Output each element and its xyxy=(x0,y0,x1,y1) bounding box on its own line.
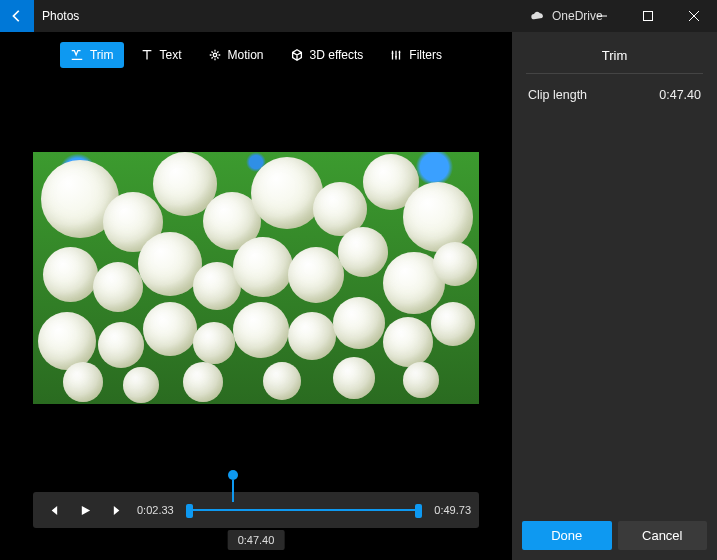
duration-tooltip: 0:47.40 xyxy=(228,530,285,550)
tool-filters[interactable]: Filters xyxy=(379,42,452,68)
cube-icon xyxy=(290,48,304,62)
tool-3d-effects[interactable]: 3D effects xyxy=(280,42,374,68)
editor-toolbar: Trim Text Motion 3D effects Filters xyxy=(0,32,512,76)
properties-panel: Trim Clip length 0:47.40 Done Cancel xyxy=(512,32,717,560)
tool-trim[interactable]: Trim xyxy=(60,42,124,68)
trim-handle-start[interactable] xyxy=(186,504,193,518)
minimize-icon xyxy=(597,11,607,21)
window-controls xyxy=(579,0,717,32)
clip-length-label: Clip length xyxy=(528,88,587,102)
panel-buttons: Done Cancel xyxy=(512,511,717,560)
back-button[interactable] xyxy=(0,0,34,32)
maximize-button[interactable] xyxy=(625,0,671,32)
svg-rect-0 xyxy=(644,12,653,21)
play-button[interactable] xyxy=(73,498,97,522)
cloud-icon xyxy=(530,11,546,21)
maximize-icon xyxy=(643,11,653,21)
clip-length-row: Clip length 0:47.40 xyxy=(512,74,717,116)
tool-trim-label: Trim xyxy=(90,48,114,62)
text-icon xyxy=(140,48,154,62)
playhead[interactable] xyxy=(228,470,238,502)
step-back-icon xyxy=(48,505,59,516)
playback-controls: 0:02.33 0:49.73 xyxy=(33,492,479,528)
cancel-button[interactable]: Cancel xyxy=(618,521,708,550)
trim-handle-end[interactable] xyxy=(415,504,422,518)
close-button[interactable] xyxy=(671,0,717,32)
arrow-left-icon xyxy=(10,9,24,23)
editor-area: Trim Text Motion 3D effects Filters xyxy=(0,32,512,560)
tool-text-label: Text xyxy=(160,48,182,62)
panel-title: Trim xyxy=(512,32,717,73)
tool-3d-label: 3D effects xyxy=(310,48,364,62)
tool-motion[interactable]: Motion xyxy=(198,42,274,68)
filters-icon xyxy=(389,48,403,62)
tool-text[interactable]: Text xyxy=(130,42,192,68)
done-button[interactable]: Done xyxy=(522,521,612,550)
titlebar: Photos OneDrive xyxy=(0,0,717,32)
play-icon xyxy=(80,505,91,516)
tool-filters-label: Filters xyxy=(409,48,442,62)
video-preview[interactable] xyxy=(33,152,479,404)
svg-point-1 xyxy=(213,53,217,57)
next-frame-button[interactable] xyxy=(105,498,129,522)
prev-frame-button[interactable] xyxy=(41,498,65,522)
clip-length-value: 0:47.40 xyxy=(659,88,701,102)
tool-motion-label: Motion xyxy=(228,48,264,62)
step-forward-icon xyxy=(112,505,123,516)
app-title: Photos xyxy=(42,9,79,23)
minimize-button[interactable] xyxy=(579,0,625,32)
close-icon xyxy=(689,11,699,21)
start-time: 0:02.33 xyxy=(137,504,181,516)
end-time: 0:49.73 xyxy=(427,504,471,516)
trim-icon xyxy=(70,48,84,62)
motion-icon xyxy=(208,48,222,62)
trim-track[interactable] xyxy=(189,498,419,522)
